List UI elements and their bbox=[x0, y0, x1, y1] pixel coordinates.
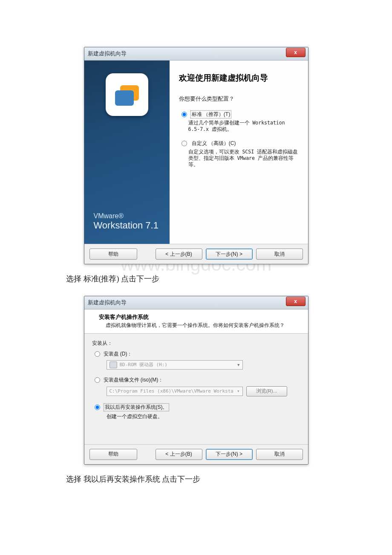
iso-path-input[interactable]: C:\Program Files (x86)\VMware\VMware Wor… bbox=[107, 387, 243, 396]
option-custom[interactable]: 自定义 （高级）(C) 自定义选项，可以更改 SCSI 适配器和虚拟磁盘类型、指… bbox=[179, 139, 299, 168]
browse-button[interactable]: 浏览(R)... bbox=[246, 386, 287, 396]
step-desc: 虚拟机就像物理计算机，它需要一个操作系统。你将如何安装客户机操作系统？ bbox=[106, 322, 302, 329]
close-icon: x bbox=[294, 49, 297, 55]
close-icon: x bbox=[294, 298, 297, 304]
help-button[interactable]: 帮助 bbox=[89, 249, 137, 260]
option-install-disc[interactable]: 安装盘 (D)： BD-ROM 驱动器 (H:) ▼ bbox=[92, 350, 300, 370]
window-title: 新建虚拟机向导 bbox=[88, 50, 286, 58]
drive-select-value: BD-ROM 驱动器 (H:) bbox=[120, 361, 167, 368]
drive-select[interactable]: BD-ROM 驱动器 (H:) ▼ bbox=[107, 360, 243, 370]
option-custom-desc: 自定义选项，可以更改 SCSI 适配器和虚拟磁盘类型、指定与旧版本 VMware… bbox=[188, 149, 299, 168]
option-typical[interactable]: 标准 （推荐）(T) 通过几个简单步骤创建一个 Workstation 6.5-… bbox=[179, 110, 299, 133]
titlebar[interactable]: 新建虚拟机向导 x bbox=[84, 47, 308, 61]
instruction-caption-2: 选择 我以后再安装操作系统 点击下一步 bbox=[66, 474, 392, 484]
brand-label-2: Workstation 7.1 bbox=[94, 220, 170, 231]
close-button[interactable]: x bbox=[286, 48, 306, 57]
option-install-disc-radio[interactable] bbox=[95, 351, 100, 357]
option-install-later-desc: 创建一个虚拟空白硬盘。 bbox=[107, 413, 300, 420]
wizard-step-header: 安装客户机操作系统 虚拟机就像物理计算机，它需要一个操作系统。你将如何安装客户机… bbox=[84, 309, 308, 334]
chevron-down-icon: ▼ bbox=[237, 363, 239, 367]
option-install-later-radio[interactable] bbox=[95, 405, 100, 410]
help-button[interactable]: 帮助 bbox=[89, 449, 137, 460]
install-from-label: 安装从： bbox=[92, 340, 300, 347]
brand-label-1: VMware® bbox=[94, 212, 170, 220]
vmware-logo-icon bbox=[106, 73, 148, 116]
chevron-down-icon: ▾ bbox=[237, 388, 240, 394]
titlebar[interactable]: 新建虚拟机向导 x bbox=[84, 296, 308, 309]
option-custom-radio[interactable] bbox=[182, 141, 187, 146]
cancel-button[interactable]: 取消 bbox=[256, 249, 303, 260]
disc-drive-icon bbox=[110, 361, 117, 368]
option-custom-label: 自定义 （高级）(C) bbox=[190, 139, 237, 147]
option-typical-desc: 通过几个简单步骤创建一个 Workstation 6.5-7.x 虚拟机。 bbox=[188, 120, 299, 133]
option-typical-radio[interactable] bbox=[182, 112, 187, 117]
back-button[interactable]: < 上一步(B) bbox=[156, 449, 202, 460]
config-type-prompt: 你想要什么类型配置？ bbox=[179, 95, 299, 103]
option-install-later[interactable]: 我以后再安装操作系统(S)。 创建一个虚拟空白硬盘。 bbox=[92, 403, 300, 420]
option-install-iso-radio[interactable] bbox=[95, 377, 100, 383]
button-bar: 帮助 < 上一步(B) 下一步(N) > 取消 bbox=[84, 244, 308, 264]
option-install-later-label: 我以后再安装操作系统(S)。 bbox=[104, 403, 169, 411]
wizard-heading: 欢迎使用新建虚拟机向导 bbox=[179, 72, 299, 84]
step-title: 安装客户机操作系统 bbox=[99, 314, 302, 321]
wizard-side-banner: VMware® Workstation 7.1 bbox=[84, 61, 170, 244]
iso-path-value: C:\Program Files (x86)\VMware\VMware Wor… bbox=[110, 388, 233, 394]
back-button[interactable]: < 上一步(B) bbox=[156, 249, 202, 260]
new-vm-wizard-dialog-2: 新建虚拟机向导 x 安装客户机操作系统 虚拟机就像物理计算机，它需要一个操作系统… bbox=[84, 296, 308, 465]
button-bar: 帮助 < 上一步(B) 下一步(N) > 取消 bbox=[84, 444, 308, 464]
next-button[interactable]: 下一步(N) > bbox=[206, 449, 253, 460]
close-button[interactable]: x bbox=[286, 297, 306, 306]
cancel-button[interactable]: 取消 bbox=[256, 449, 303, 460]
new-vm-wizard-dialog-1: 新建虚拟机向导 x VMware® Workstation 7.1 欢 bbox=[84, 47, 308, 264]
option-install-iso[interactable]: 安装盘镜像文件 (iso)(M)： C:\Program Files (x86)… bbox=[92, 376, 300, 396]
next-button[interactable]: 下一步(N) > bbox=[206, 249, 253, 260]
option-install-iso-label: 安装盘镜像文件 (iso)(M)： bbox=[104, 376, 164, 384]
option-install-disc-label: 安装盘 (D)： bbox=[104, 350, 133, 358]
option-typical-label: 标准 （推荐）(T) bbox=[190, 110, 232, 119]
window-title: 新建虚拟机向导 bbox=[88, 299, 286, 306]
instruction-caption-1: 选择 标准(推荐) 点击下一步 bbox=[66, 274, 392, 284]
